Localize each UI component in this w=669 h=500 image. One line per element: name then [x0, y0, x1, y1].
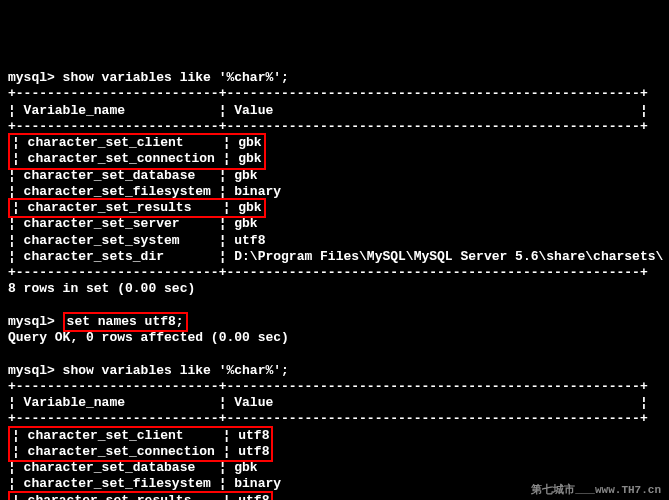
result-msg: 8 rows in set (0.00 sec) [8, 281, 661, 297]
terminal-output: mysql> show variables like '%char%';+---… [8, 70, 661, 500]
table-row: ¦ character_set_system ¦ utf8 [8, 233, 661, 249]
table-header: ¦ Variable_name ¦ Value ¦ [8, 103, 661, 119]
table-sep: +--------------------------+------------… [8, 265, 661, 281]
result-msg: Query OK, 0 rows affected (0.00 sec) [8, 330, 661, 346]
table-header: ¦ Variable_name ¦ Value ¦ [8, 395, 661, 411]
prompt-line[interactable]: mysql> show variables like '%char%'; [8, 70, 661, 86]
table-row: ¦ character_set_client ¦ gbk ¦ character… [8, 135, 661, 168]
table-row: ¦ character_set_results ¦ gbk [8, 200, 661, 216]
prompt-line[interactable]: mysql> set names utf8; [8, 314, 661, 330]
table-sep: +--------------------------+------------… [8, 86, 661, 102]
table-row: ¦ character_sets_dir ¦ D:\Program Files\… [8, 249, 661, 265]
watermark-text: 第七城市___www.TH7.cn [531, 484, 661, 498]
blank [8, 346, 661, 362]
table-row: ¦ character_set_database ¦ gbk [8, 168, 661, 184]
table-row: ¦ character_set_client ¦ utf8 ¦ characte… [8, 428, 661, 461]
prompt-line[interactable]: mysql> show variables like '%char%'; [8, 363, 661, 379]
table-row: ¦ character_set_database ¦ gbk [8, 460, 661, 476]
table-row: ¦ character_set_server ¦ gbk [8, 216, 661, 232]
table-sep: +--------------------------+------------… [8, 379, 661, 395]
